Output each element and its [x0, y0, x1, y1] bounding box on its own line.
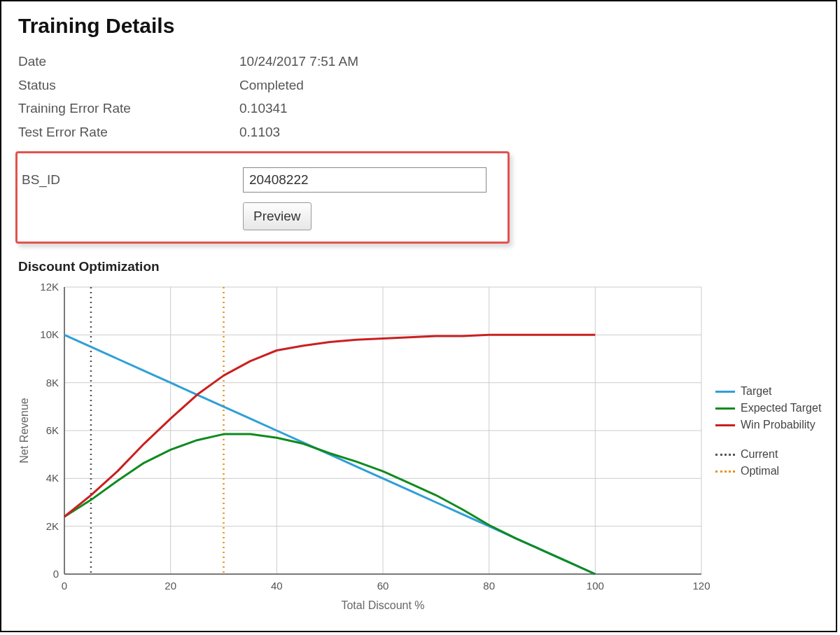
svg-text:8K: 8K	[46, 377, 59, 389]
svg-text:20: 20	[164, 580, 176, 592]
legend-item-current: Current	[715, 448, 821, 461]
chart-title: Discount Optimization	[18, 259, 822, 274]
legend-swatch-optimal	[715, 470, 735, 473]
svg-text:Total Discount %: Total Discount %	[341, 599, 424, 611]
train-error-label: Training Error Rate	[18, 99, 239, 118]
svg-text:120: 120	[692, 580, 710, 592]
detail-row-status: Status Completed	[18, 76, 822, 95]
bs-id-panel: BS_ID Preview	[15, 151, 510, 244]
svg-text:0: 0	[62, 580, 67, 592]
status-value: Completed	[239, 76, 304, 95]
legend-swatch-current	[715, 454, 735, 456]
app-frame: Training Details Date 10/24/2017 7:51 AM…	[0, 0, 837, 632]
bs-id-input[interactable]	[243, 167, 486, 193]
legend-swatch-winprob	[715, 424, 735, 426]
date-value: 10/24/2017 7:51 AM	[239, 52, 358, 71]
train-error-value: 0.10341	[239, 99, 288, 118]
chart-wrap: 02K4K6K8K10K12K020406080100120Total Disc…	[15, 280, 822, 619]
status-label: Status	[18, 76, 239, 95]
svg-text:4K: 4K	[46, 473, 59, 484]
page-title: Training Details	[18, 14, 822, 38]
test-error-label: Test Error Rate	[18, 123, 239, 142]
legend-label-current: Current	[741, 448, 778, 461]
legend-item-target: Target	[715, 385, 821, 398]
detail-row-train-error: Training Error Rate 0.10341	[18, 99, 822, 118]
chart-area: 02K4K6K8K10K12K020406080100120Total Disc…	[15, 280, 715, 619]
legend-label-winprob: Win Probability	[741, 419, 816, 431]
legend-swatch-target	[715, 391, 735, 393]
bs-id-row: BS_ID	[22, 167, 503, 193]
svg-text:60: 60	[377, 580, 389, 592]
svg-text:100: 100	[587, 580, 604, 592]
details-section: Date 10/24/2017 7:51 AM Status Completed…	[18, 52, 822, 141]
test-error-value: 0.1103	[239, 123, 280, 142]
legend-label-optimal: Optimal	[741, 465, 779, 477]
legend-item-winprob: Win Probability	[715, 419, 821, 431]
legend-swatch-expected	[715, 407, 735, 410]
bs-id-label: BS_ID	[22, 172, 243, 188]
legend-item-optimal: Optimal	[715, 465, 821, 477]
date-label: Date	[18, 52, 239, 71]
svg-text:12K: 12K	[40, 281, 59, 293]
chart-svg: 02K4K6K8K10K12K020406080100120Total Disc…	[15, 280, 715, 616]
svg-text:40: 40	[271, 580, 283, 592]
svg-text:2K: 2K	[46, 520, 59, 532]
legend: Target Expected Target Win Probability C…	[715, 280, 821, 482]
detail-row-test-error: Test Error Rate 0.1103	[18, 123, 822, 142]
preview-button[interactable]: Preview	[243, 202, 312, 230]
legend-item-expected: Expected Target	[715, 402, 821, 414]
svg-text:10K: 10K	[40, 329, 59, 341]
svg-text:6K: 6K	[46, 424, 59, 436]
legend-label-target: Target	[741, 385, 771, 398]
svg-text:Net Revenue: Net Revenue	[18, 398, 30, 463]
svg-text:80: 80	[483, 580, 495, 592]
legend-label-expected: Expected Target	[741, 402, 821, 414]
detail-row-date: Date 10/24/2017 7:51 AM	[18, 52, 822, 71]
svg-text:0: 0	[53, 568, 59, 580]
